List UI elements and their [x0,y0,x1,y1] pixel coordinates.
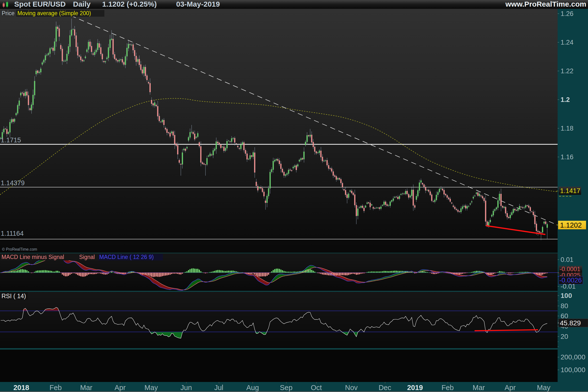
svg-text:1.2: 1.2 [560,96,570,104]
svg-text:Spot EUR/USD: Spot EUR/USD [14,0,66,8]
svg-text:1.1202 (+0.25%): 1.1202 (+0.25%) [102,0,157,8]
svg-text:Apr: Apr [504,384,516,392]
svg-text:Oct: Oct [311,384,322,392]
svg-text:2019: 2019 [407,384,423,392]
svg-text:45.829: 45.829 [560,319,581,327]
svg-text:MACD Line ( 12 26 9): MACD Line ( 12 26 9) [99,254,154,260]
svg-text:MACD Line minus Signal: MACD Line minus Signal [2,254,64,260]
svg-text:1.26: 1.26 [560,10,574,18]
svg-text:Jul: Jul [214,384,223,392]
svg-text:© ProRealTime.com: © ProRealTime.com [2,247,37,251]
svg-text:200,000: 200,000 [560,353,585,361]
svg-text:1.24: 1.24 [560,39,574,46]
svg-text:Feb: Feb [50,384,62,392]
svg-text:1.16: 1.16 [560,153,574,161]
svg-text:Dec: Dec [378,384,391,392]
svg-text:0.01: 0.01 [560,256,574,264]
svg-text:1.1202: 1.1202 [560,221,582,229]
svg-text:1.1715: 1.1715 [1,136,21,144]
svg-text:03-May-2019: 03-May-2019 [176,0,220,8]
svg-text:Mar: Mar [80,384,92,392]
svg-text:Feb: Feb [442,384,454,392]
svg-text:100: 100 [560,292,572,300]
svg-text:2018: 2018 [14,384,30,392]
svg-text:Jun: Jun [180,384,192,392]
svg-text:www.ProRealTime.com: www.ProRealTime.com [505,0,586,8]
svg-text:RSI ( 14): RSI ( 14) [2,292,26,300]
svg-text:1.11164: 1.11164 [1,230,24,237]
svg-text:1.14379: 1.14379 [1,179,25,187]
svg-text:May: May [537,384,550,392]
svg-text:Daily: Daily [73,0,91,8]
svg-text:20: 20 [560,333,568,340]
svg-text:Mar: Mar [472,384,485,392]
svg-text:1.18: 1.18 [560,125,574,132]
svg-text:Signal: Signal [79,254,95,260]
svg-text:Moving average (Simple 200): Moving average (Simple 200) [18,10,91,16]
svg-text:-0.01: -0.01 [560,283,576,290]
svg-text:100,000: 100,000 [560,366,585,374]
svg-text:Price: Price [2,10,14,16]
svg-text:-0.0001: -0.0001 [560,266,580,272]
svg-text:Nov: Nov [345,384,358,392]
svg-text:60: 60 [560,312,568,320]
svg-text:Apr: Apr [114,384,126,392]
svg-text:1.1417: 1.1417 [560,187,580,194]
svg-text:1.22: 1.22 [560,68,574,75]
svg-text:80: 80 [560,302,568,310]
svg-text:Aug: Aug [246,384,259,392]
svg-text:Sep: Sep [280,384,292,392]
svg-text:May: May [144,384,158,392]
